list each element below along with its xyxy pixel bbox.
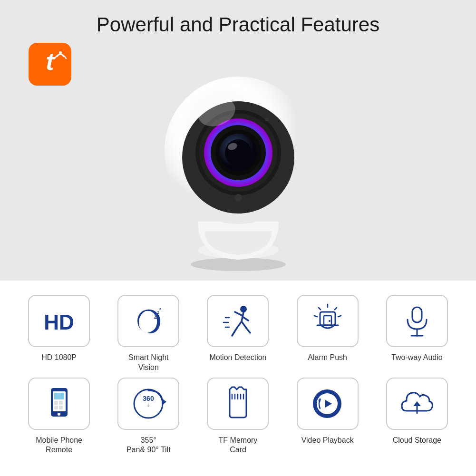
camera-svg <box>148 46 329 274</box>
svg-line-36 <box>338 316 341 317</box>
audio-label: Two-way Audio <box>391 353 443 363</box>
svg-rect-52 <box>59 406 63 409</box>
hd-label: HD 1080P <box>41 353 77 363</box>
svg-line-29 <box>246 328 250 333</box>
svg-line-34 <box>335 308 337 310</box>
motion-icon-box <box>207 295 269 347</box>
play-icon <box>310 386 345 421</box>
svg-point-22 <box>240 306 247 312</box>
svg-rect-38 <box>320 312 335 325</box>
svg-text:°: ° <box>147 404 149 409</box>
night-icon-box: Z Z Z <box>117 295 179 347</box>
svg-point-13 <box>225 139 252 166</box>
moon-icon: Z Z Z <box>129 304 167 338</box>
svg-point-47 <box>58 413 60 416</box>
page-title: Powerful and Practical Features <box>97 13 379 36</box>
mobile-icon-box <box>28 378 90 430</box>
hd-icon-box: HD <box>28 295 90 347</box>
svg-point-16 <box>234 194 242 202</box>
svg-point-15 <box>265 117 269 121</box>
svg-line-27 <box>232 330 236 336</box>
svg-text:t: t <box>46 48 55 75</box>
cloud-icon-box <box>386 378 448 430</box>
tf-icon-box <box>207 378 269 430</box>
svg-line-24 <box>235 312 243 316</box>
svg-line-37 <box>314 316 317 317</box>
svg-marker-54 <box>163 399 166 405</box>
svg-marker-67 <box>413 401 421 406</box>
feature-playback: Video Playback <box>285 378 370 446</box>
svg-rect-51 <box>54 406 58 409</box>
svg-point-2 <box>191 258 286 271</box>
camera-image <box>148 46 329 274</box>
svg-text:Z: Z <box>159 308 161 311</box>
360-icon: 360 ° <box>128 386 169 421</box>
feature-pan-tilt: 360 ° 355°Pan& 90° Tilt <box>106 378 191 456</box>
cloud-icon <box>398 387 436 420</box>
alarm-label: Alarm Push <box>308 353 347 363</box>
features-row-1: HD HD 1080P Z Z Z Smart NightVision <box>14 295 462 373</box>
mic-icon <box>403 303 431 339</box>
alarm-icon <box>309 303 347 339</box>
sd-icon <box>223 386 253 421</box>
svg-text:Z: Z <box>157 311 159 315</box>
tf-label: TF MemoryCard <box>219 436 258 456</box>
audio-icon-box <box>386 295 448 347</box>
hd-icon: HD <box>40 307 78 335</box>
svg-line-35 <box>319 308 321 310</box>
svg-text:360: 360 <box>143 395 154 402</box>
feature-mobile: Mobile PhoneRemote <box>16 378 102 456</box>
mobile-label: Mobile PhoneRemote <box>36 436 82 456</box>
feature-audio: Two-way Audio <box>374 295 460 363</box>
motion-label: Motion Detection <box>209 353 266 363</box>
svg-rect-48 <box>54 393 64 399</box>
motion-icon <box>219 303 257 339</box>
cloud-label: Cloud Storage <box>393 436 441 446</box>
svg-rect-42 <box>412 307 422 322</box>
tuya-logo: t <box>29 43 71 86</box>
features-section: HD HD 1080P Z Z Z Smart NightVision <box>0 281 476 476</box>
svg-line-28 <box>242 321 246 328</box>
pan-label: 355°Pan& 90° Tilt <box>126 436 171 456</box>
feature-hd: HD HD 1080P <box>16 295 102 363</box>
features-row-2: Mobile PhoneRemote 360 ° 355°Pan& 90° Ti… <box>14 378 462 456</box>
hero-section: Powerful and Practical Features t <box>0 0 476 281</box>
svg-text:HD: HD <box>44 311 74 334</box>
feature-cloud: Cloud Storage <box>374 378 460 446</box>
svg-point-40 <box>329 320 330 322</box>
phone-icon <box>46 386 72 421</box>
playback-label: Video Playback <box>301 436 354 446</box>
svg-rect-50 <box>59 401 63 405</box>
feature-tf-card: TF MemoryCard <box>195 378 281 456</box>
alarm-icon-box <box>297 295 359 347</box>
playback-icon-box <box>297 378 359 430</box>
feature-night-vision: Z Z Z Smart NightVision <box>106 295 191 373</box>
tuya-icon: t <box>31 45 69 83</box>
svg-rect-49 <box>54 401 58 405</box>
night-label: Smart NightVision <box>128 353 168 373</box>
svg-line-26 <box>236 321 242 330</box>
feature-alarm: Alarm Push <box>285 295 370 363</box>
svg-line-25 <box>243 317 248 321</box>
feature-motion: Motion Detection <box>195 295 281 363</box>
svg-text:Z: Z <box>154 314 157 320</box>
pan-icon-box: 360 ° <box>117 378 179 430</box>
